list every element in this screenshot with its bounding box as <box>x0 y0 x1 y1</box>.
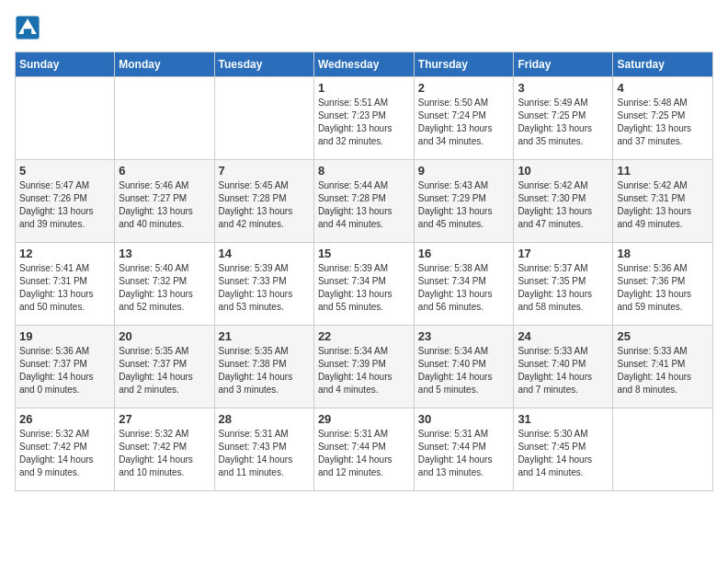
calendar-cell: 17Sunrise: 5:37 AM Sunset: 7:35 PM Dayli… <box>514 243 613 326</box>
day-number: 8 <box>318 164 410 178</box>
day-number: 19 <box>19 329 110 343</box>
calendar-cell <box>16 77 115 160</box>
day-number: 16 <box>418 247 510 260</box>
calendar-cell <box>214 77 313 160</box>
day-number: 29 <box>318 412 410 426</box>
calendar-cell: 16Sunrise: 5:38 AM Sunset: 7:34 PM Dayli… <box>414 243 514 326</box>
day-info: Sunrise: 5:42 AM Sunset: 7:30 PM Dayligh… <box>518 179 609 231</box>
calendar-header-tuesday: Tuesday <box>214 52 313 77</box>
day-info: Sunrise: 5:43 AM Sunset: 7:29 PM Dayligh… <box>418 179 510 231</box>
calendar-cell: 7Sunrise: 5:45 AM Sunset: 7:28 PM Daylig… <box>214 160 313 243</box>
calendar-cell: 13Sunrise: 5:40 AM Sunset: 7:32 PM Dayli… <box>115 243 214 326</box>
day-info: Sunrise: 5:31 AM Sunset: 7:43 PM Dayligh… <box>219 428 310 479</box>
calendar-cell: 19Sunrise: 5:36 AM Sunset: 7:37 PM Dayli… <box>16 326 115 408</box>
day-number: 5 <box>19 164 110 178</box>
day-number: 20 <box>119 329 210 343</box>
day-number: 10 <box>518 164 609 178</box>
calendar-cell: 5Sunrise: 5:47 AM Sunset: 7:26 PM Daylig… <box>16 160 115 243</box>
calendar-cell: 26Sunrise: 5:32 AM Sunset: 7:42 PM Dayli… <box>16 408 115 491</box>
day-number: 21 <box>219 329 310 343</box>
day-info: Sunrise: 5:31 AM Sunset: 7:44 PM Dayligh… <box>318 428 410 479</box>
calendar-cell: 30Sunrise: 5:31 AM Sunset: 7:44 PM Dayli… <box>414 408 514 491</box>
day-info: Sunrise: 5:32 AM Sunset: 7:42 PM Dayligh… <box>119 428 210 479</box>
day-info: Sunrise: 5:33 AM Sunset: 7:40 PM Dayligh… <box>518 345 609 396</box>
day-number: 18 <box>617 247 709 260</box>
calendar-header-sunday: Sunday <box>16 52 115 77</box>
calendar-cell: 24Sunrise: 5:33 AM Sunset: 7:40 PM Dayli… <box>514 326 613 408</box>
day-number: 7 <box>219 164 310 178</box>
day-number: 4 <box>617 81 709 95</box>
calendar-header-friday: Friday <box>514 52 613 77</box>
calendar-cell: 1Sunrise: 5:51 AM Sunset: 7:23 PM Daylig… <box>313 77 414 160</box>
calendar-cell: 11Sunrise: 5:42 AM Sunset: 7:31 PM Dayli… <box>613 160 713 243</box>
calendar-week-1: 1Sunrise: 5:51 AM Sunset: 7:23 PM Daylig… <box>16 77 713 160</box>
logo-icon <box>15 15 40 40</box>
calendar-cell: 3Sunrise: 5:49 AM Sunset: 7:25 PM Daylig… <box>514 77 613 160</box>
day-number: 12 <box>19 247 110 260</box>
day-number: 14 <box>219 247 310 260</box>
day-info: Sunrise: 5:48 AM Sunset: 7:25 PM Dayligh… <box>617 97 709 148</box>
calendar-week-3: 12Sunrise: 5:41 AM Sunset: 7:31 PM Dayli… <box>16 243 713 326</box>
calendar-header-thursday: Thursday <box>414 52 514 77</box>
day-info: Sunrise: 5:41 AM Sunset: 7:31 PM Dayligh… <box>19 262 110 314</box>
day-number: 26 <box>19 412 110 426</box>
day-number: 25 <box>617 329 709 343</box>
day-number: 9 <box>418 164 510 178</box>
day-info: Sunrise: 5:33 AM Sunset: 7:41 PM Dayligh… <box>617 345 709 396</box>
day-info: Sunrise: 5:39 AM Sunset: 7:33 PM Dayligh… <box>219 262 310 314</box>
day-info: Sunrise: 5:50 AM Sunset: 7:24 PM Dayligh… <box>418 97 510 148</box>
day-info: Sunrise: 5:31 AM Sunset: 7:44 PM Dayligh… <box>418 428 510 479</box>
calendar-week-4: 19Sunrise: 5:36 AM Sunset: 7:37 PM Dayli… <box>16 326 713 408</box>
day-info: Sunrise: 5:36 AM Sunset: 7:37 PM Dayligh… <box>19 345 110 396</box>
day-info: Sunrise: 5:35 AM Sunset: 7:38 PM Dayligh… <box>219 345 310 396</box>
calendar-cell: 23Sunrise: 5:34 AM Sunset: 7:40 PM Dayli… <box>414 326 514 408</box>
day-info: Sunrise: 5:45 AM Sunset: 7:28 PM Dayligh… <box>219 179 310 231</box>
calendar-cell: 31Sunrise: 5:30 AM Sunset: 7:45 PM Dayli… <box>514 408 613 491</box>
day-info: Sunrise: 5:30 AM Sunset: 7:45 PM Dayligh… <box>518 428 609 479</box>
calendar-cell: 21Sunrise: 5:35 AM Sunset: 7:38 PM Dayli… <box>214 326 313 408</box>
day-number: 27 <box>119 412 210 426</box>
day-info: Sunrise: 5:44 AM Sunset: 7:28 PM Dayligh… <box>318 179 410 231</box>
day-number: 30 <box>418 412 510 426</box>
calendar-cell: 12Sunrise: 5:41 AM Sunset: 7:31 PM Dayli… <box>16 243 115 326</box>
day-number: 22 <box>318 329 410 343</box>
day-info: Sunrise: 5:49 AM Sunset: 7:25 PM Dayligh… <box>518 97 609 148</box>
calendar-cell: 22Sunrise: 5:34 AM Sunset: 7:39 PM Dayli… <box>313 326 414 408</box>
day-info: Sunrise: 5:34 AM Sunset: 7:40 PM Dayligh… <box>418 345 510 396</box>
day-info: Sunrise: 5:47 AM Sunset: 7:26 PM Dayligh… <box>19 179 110 231</box>
day-number: 11 <box>617 164 709 178</box>
day-number: 1 <box>318 81 410 95</box>
day-info: Sunrise: 5:38 AM Sunset: 7:34 PM Dayligh… <box>418 262 510 314</box>
day-number: 31 <box>518 412 609 426</box>
day-info: Sunrise: 5:37 AM Sunset: 7:35 PM Dayligh… <box>518 262 609 314</box>
calendar-cell <box>613 408 713 491</box>
calendar-cell: 20Sunrise: 5:35 AM Sunset: 7:37 PM Dayli… <box>115 326 214 408</box>
day-number: 28 <box>219 412 310 426</box>
day-number: 24 <box>518 329 609 343</box>
svg-rect-2 <box>24 29 31 35</box>
day-number: 13 <box>119 247 210 260</box>
calendar-header-wednesday: Wednesday <box>313 52 414 77</box>
day-number: 6 <box>119 164 210 178</box>
day-info: Sunrise: 5:40 AM Sunset: 7:32 PM Dayligh… <box>119 262 210 314</box>
calendar-header-monday: Monday <box>115 52 214 77</box>
day-number: 17 <box>518 247 609 260</box>
day-info: Sunrise: 5:36 AM Sunset: 7:36 PM Dayligh… <box>617 262 709 314</box>
calendar-cell: 28Sunrise: 5:31 AM Sunset: 7:43 PM Dayli… <box>214 408 313 491</box>
calendar-cell: 2Sunrise: 5:50 AM Sunset: 7:24 PM Daylig… <box>414 77 514 160</box>
day-info: Sunrise: 5:42 AM Sunset: 7:31 PM Dayligh… <box>617 179 709 231</box>
calendar-cell: 18Sunrise: 5:36 AM Sunset: 7:36 PM Dayli… <box>613 243 713 326</box>
calendar-cell: 14Sunrise: 5:39 AM Sunset: 7:33 PM Dayli… <box>214 243 313 326</box>
day-number: 23 <box>418 329 510 343</box>
calendar-cell: 8Sunrise: 5:44 AM Sunset: 7:28 PM Daylig… <box>313 160 414 243</box>
calendar-cell: 27Sunrise: 5:32 AM Sunset: 7:42 PM Dayli… <box>115 408 214 491</box>
day-info: Sunrise: 5:35 AM Sunset: 7:37 PM Dayligh… <box>119 345 210 396</box>
day-number: 15 <box>318 247 410 260</box>
calendar-week-2: 5Sunrise: 5:47 AM Sunset: 7:26 PM Daylig… <box>16 160 713 243</box>
calendar-cell: 4Sunrise: 5:48 AM Sunset: 7:25 PM Daylig… <box>613 77 713 160</box>
header <box>15 15 713 40</box>
calendar-header-row: SundayMondayTuesdayWednesdayThursdayFrid… <box>16 52 713 77</box>
calendar-header-saturday: Saturday <box>613 52 713 77</box>
logo <box>15 15 42 40</box>
day-info: Sunrise: 5:51 AM Sunset: 7:23 PM Dayligh… <box>318 97 410 148</box>
